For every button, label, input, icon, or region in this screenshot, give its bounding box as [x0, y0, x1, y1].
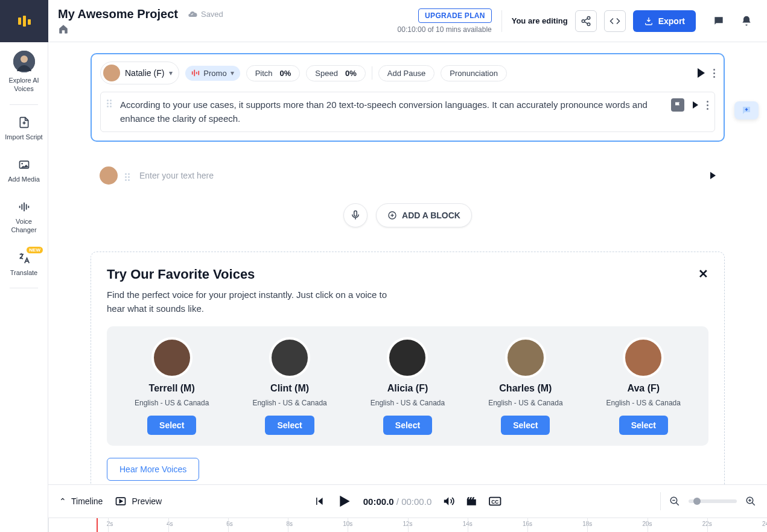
drag-handle[interactable]: [107, 97, 112, 107]
bottom-bar: ⌃ Timeline Preview 00:00.0 / 00:00.0: [48, 484, 767, 532]
sidebar-add-media[interactable]: Add Media: [0, 150, 48, 192]
voice-card[interactable]: Terrell (M) English - US & Canada Select: [118, 337, 226, 435]
record-button[interactable]: [343, 203, 368, 227]
voice-card[interactable]: Alicia (F) English - US & Canada Select: [353, 337, 462, 435]
user-avatar-icon: [13, 51, 35, 72]
select-voice-button[interactable]: Select: [147, 416, 196, 435]
voice-card[interactable]: Clint (M) English - US & Canada Select: [235, 337, 344, 435]
svg-marker-29: [318, 498, 323, 505]
sidebar-voice-changer[interactable]: Voice Changer: [0, 192, 48, 243]
skip-back-button[interactable]: [314, 496, 325, 507]
timeline-toggle[interactable]: ⌃ Timeline: [59, 496, 103, 506]
block-more-button[interactable]: [713, 69, 715, 78]
zoom-out-button[interactable]: [669, 496, 680, 507]
voice-card-name: Terrell (M): [149, 383, 195, 394]
svg-line-36: [676, 502, 679, 505]
voice-card[interactable]: Ava (F) English - US & Canada Select: [589, 337, 698, 435]
flag-plus-icon: [674, 101, 681, 109]
zoom-in-button[interactable]: [745, 496, 756, 507]
voice-selector[interactable]: Natalie (F) ▾: [100, 62, 179, 84]
svg-rect-23: [354, 211, 357, 217]
comment-plus-icon: [741, 105, 752, 116]
volume-button[interactable]: [442, 495, 454, 507]
close-panel-button[interactable]: ✕: [698, 267, 708, 281]
timeline-ruler[interactable]: 2s4s6s8s10s12s14s16s18s20s22s24s: [48, 518, 767, 532]
select-voice-button[interactable]: Select: [383, 416, 432, 435]
add-comment-button[interactable]: [734, 101, 759, 119]
ruler-tick: 10s: [288, 518, 348, 532]
ruler-tick: 2s: [48, 518, 108, 532]
sidebar-import-script[interactable]: Import Script: [0, 107, 48, 150]
favorite-voices-panel: Try Our Favorite Voices Find the perfect…: [91, 252, 725, 484]
svg-text:CC: CC: [491, 499, 498, 505]
export-button[interactable]: Export: [633, 10, 696, 32]
voices-panel-title: Try Our Favorite Voices: [107, 267, 396, 282]
hear-more-voices-button[interactable]: Hear More Voices: [107, 458, 199, 481]
play-block-button[interactable]: [698, 68, 705, 78]
chat-button[interactable]: [708, 10, 730, 32]
drag-icon: [125, 173, 130, 181]
mic-icon: [350, 210, 361, 221]
empty-block[interactable]: Enter your text here: [91, 160, 725, 191]
select-voice-button[interactable]: Select: [619, 416, 668, 435]
select-voice-button[interactable]: Select: [265, 416, 314, 435]
notifications-button[interactable]: [736, 10, 757, 32]
select-voice-button[interactable]: Select: [501, 416, 550, 435]
share-icon: [581, 16, 591, 27]
plus-circle-icon: [387, 211, 397, 220]
ruler-tick: 14s: [408, 518, 468, 532]
style-selector[interactable]: Promo ▾: [185, 66, 240, 81]
pronunciation-button[interactable]: Pronunciation: [441, 65, 507, 81]
svg-rect-21: [196, 72, 197, 74]
play-line-button[interactable]: [710, 172, 716, 179]
play-icon: [336, 493, 352, 510]
svg-marker-32: [444, 497, 449, 505]
scene-button[interactable]: [465, 495, 477, 507]
voice-changer-icon: [18, 200, 31, 214]
project-title[interactable]: My Awesome Project: [58, 7, 178, 21]
share-button[interactable]: [575, 10, 597, 32]
media-icon: [18, 158, 31, 171]
add-block-button[interactable]: ADD A BLOCK: [376, 203, 472, 227]
emphasis-button[interactable]: [671, 98, 684, 112]
play-button[interactable]: [336, 493, 352, 510]
app-logo[interactable]: [0, 0, 48, 42]
line-more-button[interactable]: [707, 101, 708, 110]
voice-name-label: Natalie (F): [125, 68, 164, 78]
preview-button[interactable]: Preview: [115, 495, 162, 507]
drag-handle[interactable]: [125, 171, 130, 181]
editing-status: You are editing: [512, 16, 568, 25]
sidebar-label: Translate: [10, 268, 37, 277]
zoom-slider[interactable]: [689, 499, 737, 503]
voice-block: Natalie (F) ▾ Promo ▾ Pitch 0% Speed: [91, 53, 725, 142]
embed-button[interactable]: [604, 10, 626, 32]
voice-avatar: [151, 337, 193, 378]
sidebar-explore-voices[interactable]: Explore AI Voices: [0, 42, 48, 102]
chevron-down-icon: ▾: [169, 69, 173, 77]
speed-control[interactable]: Speed 0%: [306, 65, 365, 81]
voice-card-lang: English - US & Canada: [488, 399, 562, 407]
text-placeholder[interactable]: Enter your text here: [137, 171, 703, 180]
time-available: 00:10:00 of 10 mins available: [398, 25, 492, 34]
svg-rect-20: [194, 70, 196, 77]
svg-point-14: [587, 16, 590, 19]
chat-icon: [713, 15, 725, 27]
svg-line-39: [752, 502, 755, 505]
sidebar-translate[interactable]: NEW Translate: [0, 243, 48, 285]
voice-card-name: Charles (M): [499, 383, 552, 394]
pitch-control[interactable]: Pitch 0%: [246, 65, 301, 81]
home-icon[interactable]: [58, 24, 223, 34]
ruler-tick: 18s: [527, 518, 587, 532]
captions-button[interactable]: CC: [488, 495, 501, 508]
style-label: Promo: [203, 69, 226, 78]
waveform-icon: [191, 69, 200, 77]
svg-point-8: [21, 163, 23, 165]
voice-card[interactable]: Charles (M) English - US & Canada Select: [471, 337, 580, 435]
play-line-button[interactable]: [693, 101, 698, 109]
svg-point-16: [587, 23, 590, 26]
text-input[interactable]: According to your use cases, it supports…: [118, 97, 665, 127]
add-pause-button[interactable]: Add Pause: [378, 65, 435, 81]
drag-icon: [107, 100, 112, 107]
code-icon: [609, 16, 620, 27]
upgrade-plan-button[interactable]: UPGRADE PLAN: [418, 8, 492, 23]
